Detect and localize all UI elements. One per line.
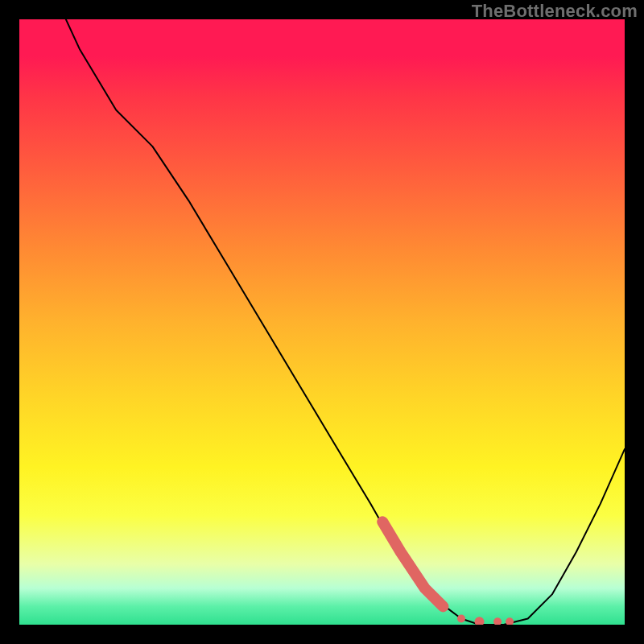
- chart-frame: TheBottleneck.com: [0, 0, 644, 644]
- highlight-dot: [506, 617, 514, 625]
- main-curve: [19, 19, 625, 625]
- watermark-text: TheBottleneck.com: [472, 1, 638, 22]
- highlight-dot: [457, 615, 465, 623]
- highlight-line: [382, 522, 443, 606]
- plot-area: [19, 19, 625, 625]
- chart-svg: [19, 19, 625, 625]
- highlight-dot: [493, 617, 502, 625]
- highlight-dot: [475, 617, 485, 625]
